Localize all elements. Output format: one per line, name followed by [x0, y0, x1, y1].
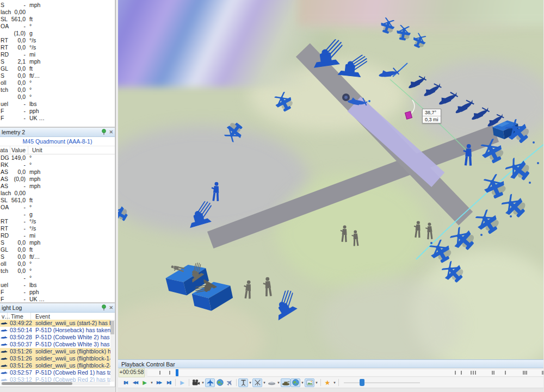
timeline-event-tick[interactable]: [455, 371, 456, 375]
debris-dot[interactable]: [529, 182, 531, 184]
timeline-event-tick[interactable]: [524, 371, 526, 375]
labels-dropdown-icon[interactable]: ▼: [248, 381, 252, 384]
flight-log-row[interactable]: 03:51:26soldier_wwii_us (flightblock) ha…: [0, 348, 110, 355]
speed-slider-thumb[interactable]: [360, 379, 364, 386]
telemetry-row: (1,0)g: [0, 30, 115, 37]
bookmark-button[interactable]: ★: [323, 378, 332, 387]
soldier-figure[interactable]: [351, 230, 360, 250]
timeline-event-tick[interactable]: [169, 371, 170, 375]
timeline-event-tick[interactable]: [492, 371, 493, 375]
pin-icon[interactable]: [101, 129, 107, 135]
debris-dot[interactable]: [480, 234, 483, 236]
timeline-event-tick[interactable]: [471, 371, 472, 375]
label-pole-icon: [240, 379, 247, 386]
fast-forward-button[interactable]: ▶▶: [154, 378, 164, 387]
close-icon[interactable]: ✕: [109, 129, 113, 135]
trajectory-dropdown-icon[interactable]: ▼: [262, 381, 267, 384]
telemetry-row: RT-°/s: [0, 218, 115, 225]
textures-dropdown-icon[interactable]: ▼: [314, 381, 319, 384]
timeline-track[interactable]: [147, 369, 543, 377]
close-icon[interactable]: ✕: [109, 305, 113, 311]
timeline-event-tick[interactable]: [461, 371, 462, 375]
soldier-figure[interactable]: [425, 222, 434, 244]
timeline-event-tick[interactable]: [473, 371, 474, 375]
main-area: 38,7° 0,3 mi Playback Control Bar +00:05…: [118, 0, 543, 392]
flight-log-row[interactable]: 03:50:28P-51D (Cobweb White 2) has taken…: [0, 334, 110, 341]
3d-view[interactable]: 38,7° 0,3 mi: [118, 0, 543, 359]
event-plane-icon: [1, 335, 8, 340]
ground-objects-button[interactable]: [281, 378, 290, 387]
timeline-event-tick[interactable]: [493, 371, 494, 375]
soldier-figure[interactable]: [262, 277, 274, 301]
flight-log-row[interactable]: 03:51:26soldier_wwii_us (flightblock-2-1…: [0, 362, 110, 369]
flight-log-row[interactable]: 03:53:12P-51D (Cobweb Red 2) has taken o…: [0, 376, 110, 382]
globe-view-button[interactable]: [215, 378, 225, 387]
terrain-dropdown-icon[interactable]: ▼: [300, 381, 305, 384]
telemetry-row: lach0,00: [0, 190, 115, 197]
realtime-play-button[interactable]: ▶: [177, 378, 187, 387]
flight-log-row[interactable]: 03:49:22soldier_wwii_us (start-2) has be…: [0, 320, 110, 327]
telemetry-row: S0,0mph: [0, 239, 115, 246]
debris-dot[interactable]: [368, 100, 370, 102]
flight-log-row[interactable]: 03:52:57P-51D (Cobweb Red 1) has taken o…: [0, 369, 110, 376]
debris-dot[interactable]: [430, 242, 432, 244]
terrain-button[interactable]: [290, 378, 300, 387]
timeline-event-tick[interactable]: [159, 371, 160, 375]
soldier-figure[interactable]: [243, 280, 254, 303]
playback-time[interactable]: +00:05:58: [119, 368, 145, 377]
rewind-button[interactable]: ◀◀: [130, 378, 140, 387]
col-data: ata: [0, 146, 10, 154]
timeline-event-tick[interactable]: [523, 371, 524, 375]
play-button[interactable]: ▶: [140, 378, 150, 387]
flight-log-vertical-scrollbar[interactable]: [110, 320, 114, 382]
tilted-jet-icon: [225, 378, 234, 387]
textures-button[interactable]: [305, 378, 314, 387]
col-time: Time: [8, 313, 31, 320]
bookmark-dropdown-icon[interactable]: ▼: [332, 381, 337, 384]
soldier-figure[interactable]: [462, 144, 475, 171]
jet-icon: [207, 379, 214, 386]
selected-object-title[interactable]: M45 Quadmount (AAA-8-1): [0, 137, 115, 146]
trajectory-lines-button[interactable]: [252, 378, 262, 387]
cockpit-view-button[interactable]: [225, 378, 234, 387]
speed-slider[interactable]: [344, 379, 420, 387]
flight-log-header[interactable]: ight Log ✕: [0, 303, 115, 313]
playback-control-bar: Playback Control Bar +00:05:58 ▮◀ ◀◀ ▶ ▼…: [118, 359, 543, 392]
pin-icon[interactable]: [101, 304, 107, 311]
timeline-event-tick[interactable]: [526, 371, 527, 375]
camera-dropdown-icon[interactable]: ▼: [201, 381, 205, 384]
p51-aircraft[interactable]: [345, 94, 368, 110]
timeline-event-tick[interactable]: [475, 371, 476, 375]
telemetry-1-panel: S-mphlach0,00SL561,0ftOA-°(1,0)gRT0,0°/s…: [0, 0, 115, 127]
telemetry-row: F-pph: [0, 108, 115, 115]
soldier-figure[interactable]: [413, 221, 423, 242]
flight-log-row[interactable]: 03:51:26soldier_wwii_us (flightblock-1-1…: [0, 355, 110, 362]
play-dropdown-icon[interactable]: ▼: [150, 381, 154, 384]
timeline-cursor[interactable]: [176, 369, 178, 376]
soldier-figure[interactable]: [211, 182, 222, 206]
flight-log-horizontal-scrollbar[interactable]: [1, 382, 110, 385]
skip-end-button[interactable]: ▶▮: [164, 378, 174, 387]
soldier-figure[interactable]: [339, 225, 349, 246]
timeline-event-tick[interactable]: [505, 371, 506, 375]
shape-dropdown-icon[interactable]: ▼: [276, 381, 281, 384]
timeline-event-tick[interactable]: [542, 371, 543, 375]
debris-dot[interactable]: [533, 141, 535, 144]
debris-dot[interactable]: [510, 215, 512, 217]
telemetry-2-header[interactable]: lemetry 2 ✕: [0, 128, 115, 137]
col-event-type: v…: [0, 313, 8, 320]
skip-start-button[interactable]: ▮◀: [120, 378, 130, 387]
telemetry-row: AS-mph: [0, 183, 115, 190]
aa-quadmount-gun[interactable]: [335, 52, 368, 83]
telemetry-row: S0,0ft/…: [0, 253, 115, 260]
timeline-row: +00:05:58: [118, 368, 543, 377]
event-plane-icon: [1, 370, 8, 375]
debris-dot[interactable]: [537, 162, 539, 164]
flight-log-row[interactable]: 03:50:14P-51D (Horseback) has taken off …: [0, 327, 110, 334]
telemetry-labels-button[interactable]: [238, 378, 248, 387]
flight-log-row[interactable]: 03:50:37P-51D (Cobweb White 3) has taken…: [0, 341, 110, 348]
camera-button[interactable]: [191, 378, 201, 387]
aircraft-view-button[interactable]: [205, 378, 215, 387]
playback-bar-title[interactable]: Playback Control Bar: [118, 359, 543, 368]
object-shape-button[interactable]: [267, 378, 276, 387]
